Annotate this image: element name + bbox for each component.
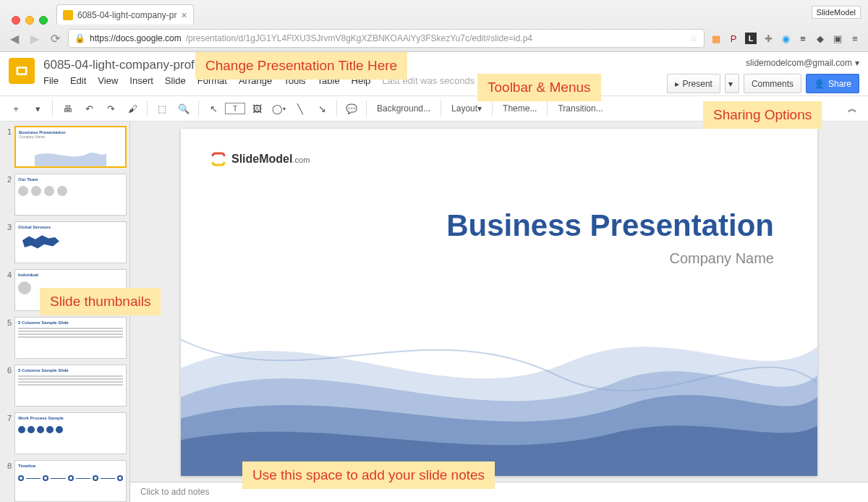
zoom-fit-button[interactable]: ⬚: [152, 99, 172, 118]
zoom-button[interactable]: 🔍: [174, 99, 194, 118]
thumbnail-row: 63 Columns Sample Slide: [3, 365, 127, 407]
close-window-button[interactable]: [12, 16, 20, 25]
slide-title[interactable]: Business Presentation: [446, 208, 774, 243]
thumbnail-row: 3Global Services: [3, 221, 127, 263]
thumbnail[interactable]: Work Process Sample: [14, 412, 127, 454]
present-button[interactable]: ▸Present: [667, 74, 720, 93]
thumbnail-title: Global Services: [18, 225, 123, 229]
minimize-window-button[interactable]: [25, 16, 34, 25]
maximize-window-button[interactable]: [39, 16, 48, 25]
ext-icon[interactable]: ✚: [762, 33, 774, 44]
annotation-thumbs: Slide thumbnails: [40, 288, 161, 315]
thumbnail[interactable]: Our Team: [14, 174, 127, 216]
extension-icons: ▦ P L ✚ ◉ ≡ ◆ ▣ ≡: [710, 33, 861, 44]
ext-icon[interactable]: ▣: [832, 33, 843, 44]
thumbnail-number: 6: [3, 365, 14, 407]
ext-icon[interactable]: ◉: [780, 33, 791, 44]
thumbnail-number: 3: [3, 221, 14, 263]
close-tab-icon[interactable]: ×: [181, 9, 187, 21]
transition-button[interactable]: Transition...: [552, 99, 608, 118]
layout-button[interactable]: Layout ▾: [446, 99, 488, 118]
ext-icon[interactable]: ◆: [814, 33, 826, 44]
thumbnail-title: 3 Columns Sample Slide: [18, 368, 123, 373]
ext-icon[interactable]: ≡: [797, 33, 809, 44]
menu-edit[interactable]: Edit: [70, 75, 86, 86]
slides-icon: [14, 64, 29, 78]
slide-logo: SlideModel.com: [210, 150, 310, 168]
menu-file[interactable]: File: [43, 75, 59, 86]
thumbnail-title: Our Team: [18, 177, 123, 182]
menu-view[interactable]: View: [98, 75, 118, 86]
annotation-notes: Use this space to add your slide notes: [242, 461, 495, 489]
thumbnail-number: 7: [3, 412, 14, 454]
user-email[interactable]: slidemodelcom@gmail.com ▾: [746, 58, 859, 68]
slide-subtitle[interactable]: Company Name: [669, 250, 774, 267]
thumbnail-row: 8Timeline: [3, 460, 127, 502]
reload-button[interactable]: ⟳: [48, 32, 62, 46]
shape-tool[interactable]: ◯▾: [268, 99, 289, 118]
slides-logo[interactable]: [9, 58, 35, 84]
print-button[interactable]: 🖶: [57, 99, 77, 118]
thumbnail-number: 8: [3, 460, 14, 502]
thumbnail-row: 52 Columns Sample Slide: [3, 317, 127, 359]
thumbnail-number: 5: [3, 317, 14, 359]
extension-badge[interactable]: SlideModel: [812, 6, 861, 19]
comment-tool[interactable]: 💬: [341, 99, 362, 118]
menu-insert[interactable]: Insert: [129, 75, 153, 86]
slide-canvas[interactable]: SlideModel.com Business Presentation Com…: [181, 129, 817, 476]
address-bar-row: ◀ ▶ ⟳ 🔒 https://docs.google.com/presenta…: [0, 25, 868, 52]
thumbnail[interactable]: Timeline: [14, 460, 127, 502]
back-button[interactable]: ◀: [7, 32, 22, 46]
favicon-icon: [63, 10, 73, 20]
present-dropdown[interactable]: ▾: [725, 74, 739, 93]
textbox-tool[interactable]: T: [225, 103, 245, 114]
thumbnail-row: 1Business PresentationCompany Name: [3, 126, 127, 168]
paint-format-button[interactable]: 🖌: [122, 99, 142, 118]
notes-input[interactable]: Click to add notes: [130, 482, 868, 502]
person-icon: 👤: [814, 79, 825, 89]
thumbnail-row: 7Work Process Sample: [3, 412, 127, 454]
menu-slide[interactable]: Slide: [165, 75, 186, 86]
play-icon: ▸: [675, 79, 679, 89]
arrow-tool[interactable]: ↘: [312, 99, 332, 118]
ext-icon[interactable]: ▦: [710, 33, 722, 44]
window-controls: [6, 9, 54, 25]
theme-button[interactable]: Theme...: [497, 99, 542, 118]
new-slide-button[interactable]: +: [6, 99, 26, 118]
thumbnail[interactable]: Business PresentationCompany Name: [14, 126, 127, 168]
line-tool[interactable]: ╲: [290, 99, 310, 118]
image-tool[interactable]: 🖼: [247, 99, 267, 118]
thumbnail[interactable]: 3 Columns Sample Slide: [14, 365, 127, 407]
pinterest-icon[interactable]: P: [728, 33, 739, 44]
new-slide-dropdown[interactable]: ▾: [27, 99, 48, 118]
ext-icon[interactable]: L: [745, 33, 757, 44]
thumbnail-number: 2: [3, 174, 14, 216]
lock-icon: 🔒: [75, 33, 85, 43]
background-button[interactable]: Background...: [371, 99, 436, 118]
thumbnail[interactable]: Global Services: [14, 221, 127, 263]
thumbnail-title: Timeline: [18, 464, 123, 468]
thumbnail-number: 4: [3, 269, 14, 311]
thumbnail[interactable]: 2 Columns Sample Slide: [14, 317, 127, 359]
slide-viewport: SlideModel.com Business Presentation Com…: [130, 122, 868, 482]
forward-button[interactable]: ▶: [27, 32, 42, 46]
undo-button[interactable]: ↶: [79, 99, 99, 118]
select-tool[interactable]: ↖: [203, 99, 224, 118]
comments-button[interactable]: Comments: [744, 74, 801, 93]
redo-button[interactable]: ↷: [101, 99, 121, 118]
url-input[interactable]: 🔒 https://docs.google.com/presentation/d…: [68, 29, 705, 48]
slidemodel-mark-icon: [210, 150, 227, 168]
header-right: slidemodelcom@gmail.com ▾ ▸Present ▾ Com…: [667, 58, 859, 95]
wave-background: [181, 268, 817, 476]
share-button[interactable]: 👤Share: [806, 74, 859, 93]
menu-icon[interactable]: ≡: [849, 33, 861, 44]
tab-title: 6085-04-light-company-pr: [77, 10, 176, 20]
bookmark-star-icon[interactable]: ☆: [690, 33, 698, 43]
browser-tab[interactable]: 6085-04-light-company-pr ×: [56, 4, 194, 25]
thumbnail-number: 1: [3, 126, 14, 168]
thumbnail-title: Individual: [18, 273, 123, 277]
svg-rect-1: [18, 69, 25, 74]
chevron-down-icon: ▾: [855, 58, 859, 68]
collapse-toolbar-button[interactable]: ︽: [842, 99, 862, 118]
url-path: /presentation/d/1gJG1YL4FlXU3SJrvmV8gKgX…: [186, 33, 532, 43]
